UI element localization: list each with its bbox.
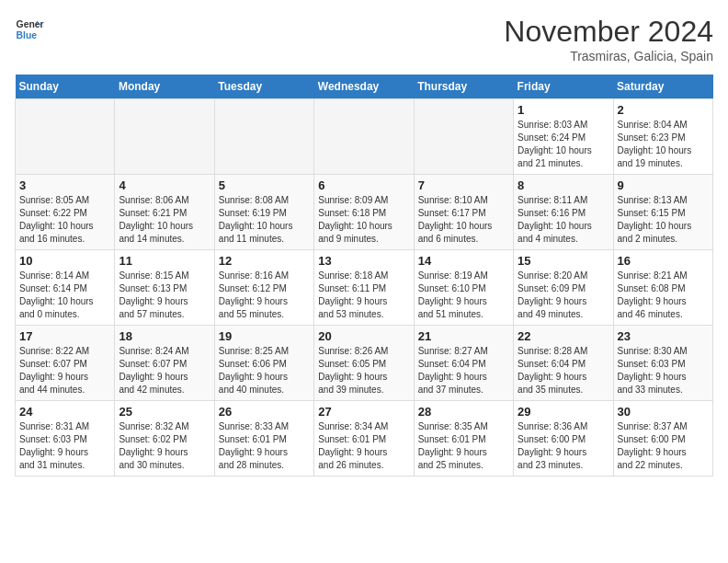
day-number: 9 bbox=[618, 178, 709, 192]
calendar-day-cell: 8Sunrise: 8:11 AM Sunset: 6:16 PM Daylig… bbox=[514, 175, 613, 250]
day-info: Sunrise: 8:15 AM Sunset: 6:13 PM Dayligh… bbox=[119, 270, 210, 321]
day-number: 13 bbox=[318, 254, 409, 268]
weekday-header: Wednesday bbox=[314, 75, 414, 99]
title-block: November 2024 Trasmiras, Galicia, Spain bbox=[504, 15, 713, 63]
calendar-day-cell: 9Sunrise: 8:13 AM Sunset: 6:15 PM Daylig… bbox=[613, 175, 712, 250]
day-info: Sunrise: 8:24 AM Sunset: 6:07 PM Dayligh… bbox=[119, 345, 210, 396]
day-info: Sunrise: 8:21 AM Sunset: 6:08 PM Dayligh… bbox=[618, 270, 709, 321]
day-info: Sunrise: 8:11 AM Sunset: 6:16 PM Dayligh… bbox=[518, 194, 609, 246]
day-info: Sunrise: 8:35 AM Sunset: 6:01 PM Dayligh… bbox=[418, 420, 509, 472]
calendar-day-cell: 20Sunrise: 8:26 AM Sunset: 6:05 PM Dayli… bbox=[314, 326, 414, 401]
calendar-day-cell: 2Sunrise: 8:04 AM Sunset: 6:23 PM Daylig… bbox=[613, 99, 712, 175]
day-number: 5 bbox=[219, 178, 310, 192]
month-title: November 2024 bbox=[504, 15, 713, 49]
calendar-day-cell: 24Sunrise: 8:31 AM Sunset: 6:03 PM Dayli… bbox=[16, 401, 115, 477]
day-number: 1 bbox=[518, 103, 609, 117]
day-info: Sunrise: 8:16 AM Sunset: 6:12 PM Dayligh… bbox=[219, 270, 310, 321]
weekday-row: SundayMondayTuesdayWednesdayThursdayFrid… bbox=[16, 75, 713, 99]
day-number: 10 bbox=[19, 254, 110, 268]
calendar-day-cell: 4Sunrise: 8:06 AM Sunset: 6:21 PM Daylig… bbox=[115, 175, 214, 250]
day-number: 23 bbox=[618, 329, 709, 343]
calendar-week-row: 24Sunrise: 8:31 AM Sunset: 6:03 PM Dayli… bbox=[16, 401, 713, 477]
day-info: Sunrise: 8:08 AM Sunset: 6:19 PM Dayligh… bbox=[219, 194, 310, 246]
calendar-day-cell: 19Sunrise: 8:25 AM Sunset: 6:06 PM Dayli… bbox=[214, 326, 313, 401]
calendar-day-cell: 6Sunrise: 8:09 AM Sunset: 6:18 PM Daylig… bbox=[314, 175, 414, 250]
day-info: Sunrise: 8:04 AM Sunset: 6:23 PM Dayligh… bbox=[618, 119, 709, 170]
day-number: 16 bbox=[618, 254, 709, 268]
day-info: Sunrise: 8:14 AM Sunset: 6:14 PM Dayligh… bbox=[19, 270, 110, 321]
calendar-day-cell: 26Sunrise: 8:33 AM Sunset: 6:01 PM Dayli… bbox=[214, 401, 313, 477]
day-number: 20 bbox=[318, 329, 409, 343]
day-number: 12 bbox=[219, 254, 310, 268]
day-number: 30 bbox=[618, 405, 709, 419]
day-info: Sunrise: 8:18 AM Sunset: 6:11 PM Dayligh… bbox=[318, 270, 409, 321]
calendar-day-cell: 3Sunrise: 8:05 AM Sunset: 6:22 PM Daylig… bbox=[16, 175, 115, 250]
page-header: General Blue November 2024 Trasmiras, Ga… bbox=[15, 15, 713, 63]
day-number: 22 bbox=[518, 329, 609, 343]
calendar-day-cell: 14Sunrise: 8:19 AM Sunset: 6:10 PM Dayli… bbox=[414, 250, 513, 326]
calendar-week-row: 1Sunrise: 8:03 AM Sunset: 6:24 PM Daylig… bbox=[16, 99, 713, 175]
calendar-header: SundayMondayTuesdayWednesdayThursdayFrid… bbox=[16, 75, 713, 99]
logo: General Blue bbox=[15, 15, 44, 44]
day-number: 14 bbox=[418, 254, 509, 268]
calendar-week-row: 10Sunrise: 8:14 AM Sunset: 6:14 PM Dayli… bbox=[16, 250, 713, 326]
day-number: 8 bbox=[518, 178, 609, 192]
calendar-day-cell: 25Sunrise: 8:32 AM Sunset: 6:02 PM Dayli… bbox=[115, 401, 214, 477]
day-number: 21 bbox=[418, 329, 509, 343]
day-info: Sunrise: 8:03 AM Sunset: 6:24 PM Dayligh… bbox=[518, 119, 609, 170]
calendar-day-cell: 23Sunrise: 8:30 AM Sunset: 6:03 PM Dayli… bbox=[613, 326, 712, 401]
day-number: 24 bbox=[19, 405, 110, 419]
day-info: Sunrise: 8:13 AM Sunset: 6:15 PM Dayligh… bbox=[618, 194, 709, 246]
weekday-header: Monday bbox=[115, 75, 214, 99]
calendar-body: 1Sunrise: 8:03 AM Sunset: 6:24 PM Daylig… bbox=[16, 99, 713, 477]
calendar-day-cell: 18Sunrise: 8:24 AM Sunset: 6:07 PM Dayli… bbox=[115, 326, 214, 401]
day-number: 15 bbox=[518, 254, 609, 268]
calendar-day-cell bbox=[214, 99, 313, 175]
day-info: Sunrise: 8:10 AM Sunset: 6:17 PM Dayligh… bbox=[418, 194, 509, 246]
calendar-day-cell: 16Sunrise: 8:21 AM Sunset: 6:08 PM Dayli… bbox=[613, 250, 712, 326]
calendar-day-cell: 28Sunrise: 8:35 AM Sunset: 6:01 PM Dayli… bbox=[414, 401, 513, 477]
calendar-day-cell bbox=[314, 99, 414, 175]
day-info: Sunrise: 8:25 AM Sunset: 6:06 PM Dayligh… bbox=[219, 345, 310, 396]
weekday-header: Saturday bbox=[613, 75, 712, 99]
calendar-table: SundayMondayTuesdayWednesdayThursdayFrid… bbox=[15, 75, 713, 477]
calendar-week-row: 3Sunrise: 8:05 AM Sunset: 6:22 PM Daylig… bbox=[16, 175, 713, 250]
day-info: Sunrise: 8:37 AM Sunset: 6:00 PM Dayligh… bbox=[618, 420, 709, 472]
calendar-day-cell: 15Sunrise: 8:20 AM Sunset: 6:09 PM Dayli… bbox=[514, 250, 613, 326]
calendar-day-cell: 10Sunrise: 8:14 AM Sunset: 6:14 PM Dayli… bbox=[16, 250, 115, 326]
logo-icon: General Blue bbox=[15, 15, 44, 44]
calendar-day-cell: 30Sunrise: 8:37 AM Sunset: 6:00 PM Dayli… bbox=[613, 401, 712, 477]
day-number: 7 bbox=[418, 178, 509, 192]
calendar-day-cell: 11Sunrise: 8:15 AM Sunset: 6:13 PM Dayli… bbox=[115, 250, 214, 326]
day-info: Sunrise: 8:32 AM Sunset: 6:02 PM Dayligh… bbox=[119, 420, 210, 472]
day-info: Sunrise: 8:28 AM Sunset: 6:04 PM Dayligh… bbox=[518, 345, 609, 396]
day-number: 4 bbox=[119, 178, 210, 192]
day-info: Sunrise: 8:30 AM Sunset: 6:03 PM Dayligh… bbox=[618, 345, 709, 396]
day-info: Sunrise: 8:33 AM Sunset: 6:01 PM Dayligh… bbox=[219, 420, 310, 472]
calendar-day-cell: 17Sunrise: 8:22 AM Sunset: 6:07 PM Dayli… bbox=[16, 326, 115, 401]
day-info: Sunrise: 8:26 AM Sunset: 6:05 PM Dayligh… bbox=[318, 345, 409, 396]
day-number: 29 bbox=[518, 405, 609, 419]
calendar-day-cell bbox=[115, 99, 214, 175]
day-info: Sunrise: 8:06 AM Sunset: 6:21 PM Dayligh… bbox=[119, 194, 210, 246]
svg-text:Blue: Blue bbox=[17, 30, 38, 40]
weekday-header: Tuesday bbox=[214, 75, 313, 99]
calendar-day-cell bbox=[414, 99, 513, 175]
day-info: Sunrise: 8:36 AM Sunset: 6:00 PM Dayligh… bbox=[518, 420, 609, 472]
weekday-header: Friday bbox=[514, 75, 613, 99]
day-number: 27 bbox=[318, 405, 409, 419]
calendar-day-cell: 22Sunrise: 8:28 AM Sunset: 6:04 PM Dayli… bbox=[514, 326, 613, 401]
calendar-day-cell: 21Sunrise: 8:27 AM Sunset: 6:04 PM Dayli… bbox=[414, 326, 513, 401]
day-number: 25 bbox=[119, 405, 210, 419]
weekday-header: Sunday bbox=[16, 75, 115, 99]
calendar-day-cell: 27Sunrise: 8:34 AM Sunset: 6:01 PM Dayli… bbox=[314, 401, 414, 477]
day-info: Sunrise: 8:05 AM Sunset: 6:22 PM Dayligh… bbox=[19, 194, 110, 246]
day-info: Sunrise: 8:19 AM Sunset: 6:10 PM Dayligh… bbox=[418, 270, 509, 321]
calendar-day-cell: 5Sunrise: 8:08 AM Sunset: 6:19 PM Daylig… bbox=[214, 175, 313, 250]
weekday-header: Thursday bbox=[414, 75, 513, 99]
calendar-day-cell: 7Sunrise: 8:10 AM Sunset: 6:17 PM Daylig… bbox=[414, 175, 513, 250]
day-number: 6 bbox=[318, 178, 409, 192]
calendar-week-row: 17Sunrise: 8:22 AM Sunset: 6:07 PM Dayli… bbox=[16, 326, 713, 401]
calendar-day-cell: 1Sunrise: 8:03 AM Sunset: 6:24 PM Daylig… bbox=[514, 99, 613, 175]
day-number: 26 bbox=[219, 405, 310, 419]
